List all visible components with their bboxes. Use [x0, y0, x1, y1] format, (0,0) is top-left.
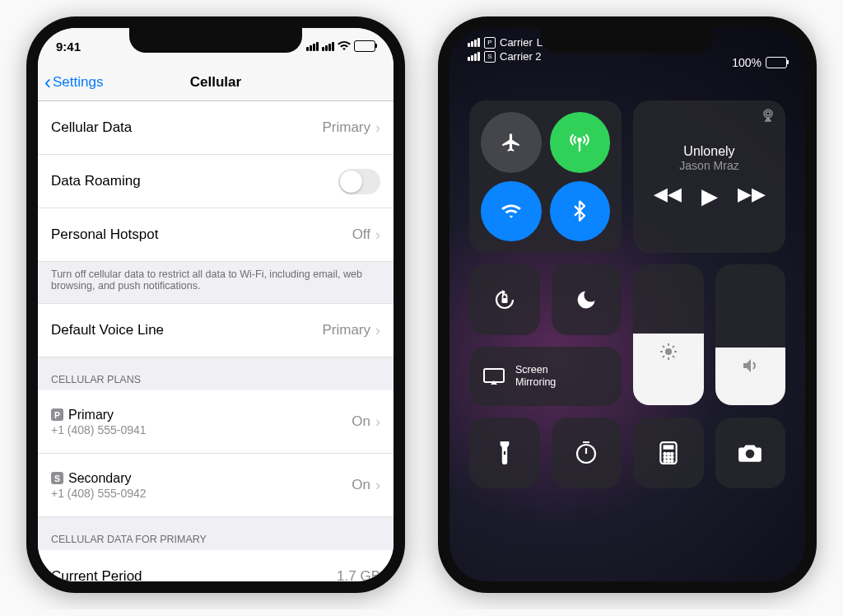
calculator-icon: [659, 441, 678, 465]
phone-settings: 9:41 ‹ Settings Cellular Cellular Data P…: [26, 16, 405, 593]
moon-icon: [575, 288, 598, 311]
back-button[interactable]: ‹ Settings: [44, 72, 103, 92]
plan-row-secondary[interactable]: SSecondary +1 (408) 555-0942 On›: [38, 454, 394, 517]
orientation-lock-button[interactable]: [469, 264, 540, 335]
sim-badge-p: P: [51, 408, 63, 421]
svg-rect-14: [504, 451, 505, 455]
wifi-icon: [338, 41, 351, 51]
row-current-period: Current Period 1.7 GB: [38, 550, 394, 581]
svg-point-2: [766, 112, 771, 116]
svg-point-29: [746, 450, 755, 459]
svg-rect-13: [484, 369, 504, 382]
chevron-left-icon: ‹: [44, 72, 51, 92]
wifi-icon: [501, 203, 522, 219]
back-label: Settings: [53, 74, 103, 91]
wifi-button[interactable]: [481, 181, 542, 242]
camera-button[interactable]: [715, 418, 786, 488]
data-roaming-switch[interactable]: [338, 169, 380, 194]
airplane-mode-button[interactable]: [481, 112, 542, 173]
svg-point-27: [667, 460, 669, 462]
signal-icon: [468, 52, 480, 61]
forward-button[interactable]: ▶▶: [738, 184, 766, 209]
svg-point-4: [665, 348, 672, 355]
svg-line-10: [673, 356, 674, 357]
rewind-button[interactable]: ◀◀: [654, 184, 682, 209]
svg-point-28: [671, 460, 673, 462]
track-artist: Jason Mraz: [679, 159, 738, 172]
media-tile[interactable]: Unlonely Jason Mraz ◀◀ ▶ ▶▶: [633, 100, 785, 253]
chevron-right-icon: ›: [375, 477, 380, 494]
brightness-icon: [659, 342, 678, 362]
battery-icon: [354, 40, 375, 52]
sim-badge-s-icon: S: [484, 51, 496, 63]
airplay-icon[interactable]: [761, 109, 775, 122]
signal-icon-2: [322, 42, 334, 51]
svg-point-24: [667, 456, 669, 459]
timer-button[interactable]: [552, 418, 622, 488]
flashlight-button[interactable]: [469, 418, 540, 488]
notch: [541, 28, 714, 53]
plan-row-primary[interactable]: PPrimary +1 (408) 555-0941 On›: [38, 390, 394, 454]
screen-mirroring-icon: [482, 367, 505, 385]
personal-hotspot-label: Personal Hotspot: [51, 226, 158, 243]
phone-control-center: P Carrier LTE S Carrier 2 100%: [438, 16, 817, 593]
data-roaming-label: Data Roaming: [51, 173, 141, 189]
svg-point-20: [664, 453, 666, 455]
svg-point-22: [671, 453, 673, 455]
flashlight-icon: [497, 441, 512, 465]
svg-line-12: [673, 346, 674, 348]
camera-icon: [737, 442, 763, 464]
screen-mirroring-label: Screen Mirroring: [515, 364, 556, 389]
svg-point-26: [664, 460, 666, 462]
plans-header: Cellular Plans: [38, 357, 394, 390]
signal-icon: [306, 42, 319, 51]
status-time: 9:41: [56, 40, 81, 54]
plan-phone: +1 (408) 555-0942: [51, 487, 147, 500]
svg-rect-3: [501, 298, 507, 303]
notch: [129, 28, 302, 53]
default-voice-label: Default Voice Line: [51, 322, 164, 338]
cellular-footer: Turn off cellular data to restrict all d…: [38, 262, 394, 304]
svg-point-1: [764, 110, 772, 118]
antenna-icon: [569, 132, 590, 153]
battery-icon: [766, 57, 787, 68]
sim-badge-p-icon: P: [484, 37, 496, 49]
plan-phone: +1 (408) 555-0941: [51, 423, 147, 436]
calculator-button[interactable]: [633, 418, 704, 488]
bluetooth-button[interactable]: [550, 181, 611, 242]
row-data-roaming: Data Roaming: [38, 155, 394, 208]
sim-badge-s: S: [51, 472, 63, 484]
page-title: Cellular: [190, 74, 241, 91]
svg-point-25: [671, 456, 673, 459]
chevron-right-icon: ›: [375, 322, 380, 339]
volume-icon: [740, 356, 760, 376]
usage-header: Cellular Data for Primary: [38, 517, 394, 550]
svg-point-21: [667, 453, 669, 455]
brightness-slider[interactable]: [633, 264, 704, 405]
chevron-right-icon: ›: [375, 413, 380, 431]
airplane-icon: [501, 132, 522, 153]
row-personal-hotspot[interactable]: Personal Hotspot Off›: [38, 208, 394, 262]
row-default-voice-line[interactable]: Default Voice Line Primary›: [38, 304, 394, 357]
volume-slider[interactable]: [715, 264, 786, 405]
bluetooth-icon: [573, 200, 586, 222]
row-cellular-data[interactable]: Cellular Data Primary›: [38, 101, 394, 155]
connectivity-tile[interactable]: [469, 100, 622, 253]
orientation-lock-icon: [491, 287, 518, 313]
svg-point-23: [664, 456, 666, 459]
play-button[interactable]: ▶: [701, 184, 718, 209]
svg-line-11: [663, 356, 664, 357]
chevron-right-icon: ›: [375, 226, 380, 244]
cellular-data-label: Cellular Data: [51, 119, 132, 136]
screen-mirroring-button[interactable]: Screen Mirroring: [469, 347, 622, 407]
navigation-bar: ‹ Settings Cellular: [38, 64, 394, 101]
signal-icon: [468, 38, 480, 47]
chevron-right-icon: ›: [375, 119, 380, 137]
cellular-button[interactable]: [550, 112, 611, 173]
svg-rect-19: [663, 445, 673, 449]
do-not-disturb-button[interactable]: [552, 264, 622, 335]
svg-line-9: [663, 346, 664, 348]
battery-percent: 100%: [732, 56, 761, 69]
track-title: Unlonely: [683, 144, 734, 159]
timer-icon: [574, 441, 598, 465]
